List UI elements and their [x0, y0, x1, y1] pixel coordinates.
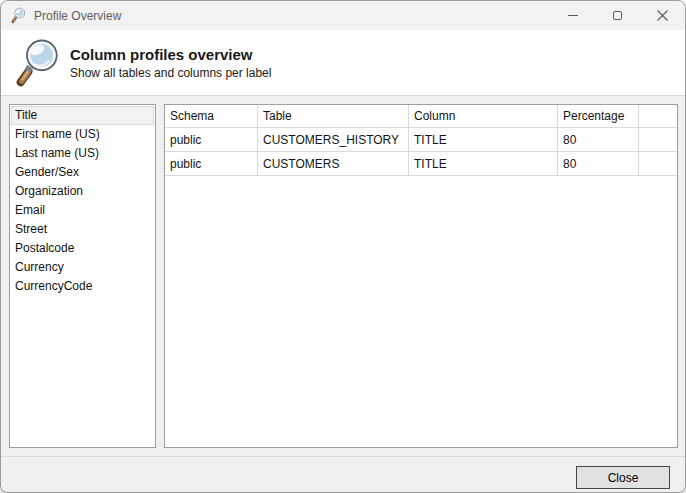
- close-window-button[interactable]: [640, 1, 685, 30]
- table-row[interactable]: public CUSTOMERS TITLE 80: [165, 152, 677, 176]
- header-separator: [1, 95, 685, 96]
- grid-header-row: Schema Table Column Percentage: [165, 105, 677, 128]
- cell-schema[interactable]: public: [165, 128, 258, 152]
- close-button[interactable]: Close: [576, 466, 670, 489]
- label-listbox[interactable]: Title First name (US) Last name (US) Gen…: [9, 104, 156, 448]
- titlebar[interactable]: Profile Overview: [1, 1, 685, 30]
- cell-table[interactable]: CUSTOMERS_HISTORY: [258, 128, 409, 152]
- column-header-percentage[interactable]: Percentage: [558, 105, 639, 128]
- close-icon: [657, 10, 668, 21]
- minimize-icon: [568, 15, 578, 16]
- label-list-item-title[interactable]: Title: [11, 106, 154, 125]
- cell-schema[interactable]: public: [165, 152, 258, 176]
- header-text: Column profiles overview Show all tables…: [70, 46, 271, 80]
- label-list-item-postalcode[interactable]: Postalcode: [11, 239, 154, 258]
- cell-filler: [639, 152, 677, 176]
- caption-buttons: [550, 1, 685, 30]
- label-list-item-street[interactable]: Street: [11, 220, 154, 239]
- minimize-button[interactable]: [550, 1, 595, 30]
- label-list-item-first-name[interactable]: First name (US): [11, 125, 154, 144]
- table-row[interactable]: public CUSTOMERS_HISTORY TITLE 80: [165, 128, 677, 152]
- cell-column[interactable]: TITLE: [409, 152, 558, 176]
- cell-percentage[interactable]: 80: [558, 128, 639, 152]
- cell-filler: [639, 128, 677, 152]
- cell-table[interactable]: CUSTOMERS: [258, 152, 409, 176]
- maximize-icon: [613, 11, 622, 20]
- label-list-item-gender-sex[interactable]: Gender/Sex: [11, 163, 154, 182]
- label-list-item-currency[interactable]: Currency: [11, 258, 154, 277]
- column-header-table[interactable]: Table: [258, 105, 409, 128]
- column-header-column[interactable]: Column: [409, 105, 558, 128]
- magnifier-icon: [15, 37, 61, 89]
- cell-percentage[interactable]: 80: [558, 152, 639, 176]
- label-list-item-currencycode[interactable]: CurrencyCode: [11, 277, 154, 296]
- footer-bar: Close: [1, 457, 685, 492]
- cell-column[interactable]: TITLE: [409, 128, 558, 152]
- column-header-filler: [639, 105, 677, 128]
- page-title: Column profiles overview: [70, 46, 271, 63]
- column-header-schema[interactable]: Schema: [165, 105, 258, 128]
- window-title: Profile Overview: [34, 9, 121, 23]
- page-subtitle: Show all tables and columns per label: [70, 66, 271, 80]
- profile-overview-dialog: Profile Overview Column profiles overvie…: [0, 0, 686, 493]
- label-list-item-last-name[interactable]: Last name (US): [11, 144, 154, 163]
- label-list-item-email[interactable]: Email: [11, 201, 154, 220]
- dialog-header: Column profiles overview Show all tables…: [1, 30, 685, 95]
- label-list-item-organization[interactable]: Organization: [11, 182, 154, 201]
- profiles-grid[interactable]: Schema Table Column Percentage public CU…: [164, 104, 678, 448]
- magnifier-icon: [11, 7, 26, 24]
- maximize-button[interactable]: [595, 1, 640, 30]
